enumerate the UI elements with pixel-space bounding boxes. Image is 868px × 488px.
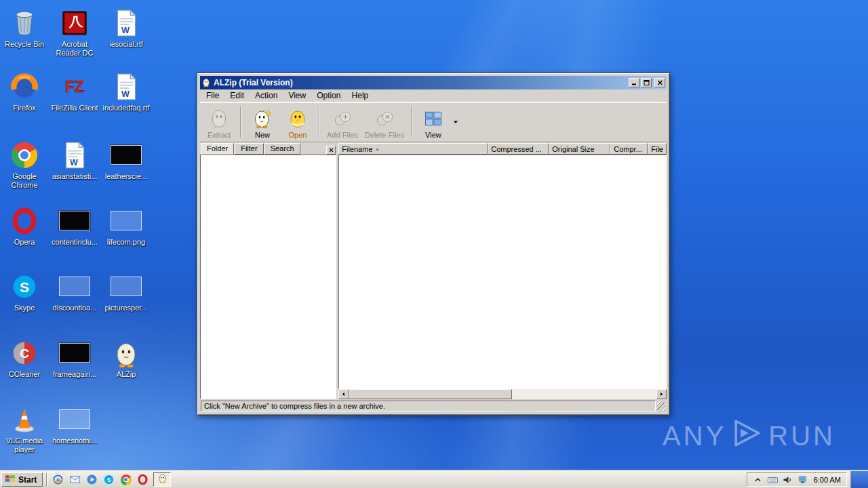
taskbar: Start eS 6:00 AM	[0, 470, 868, 488]
watermark-text-left: ANY	[663, 421, 726, 451]
desktop-icon-asianstatisti[interactable]: Wasianstatisti...	[49, 139, 100, 181]
desktop-icon-ccleaner[interactable]: CCCleaner	[0, 337, 50, 379]
titlebar[interactable]: ALZip (Trial Version)	[200, 76, 667, 89]
scrollbar-track[interactable]	[349, 389, 656, 399]
asianstatisti-icon: W	[49, 139, 100, 170]
menu-option[interactable]: Option	[311, 89, 346, 102]
column-header-label: Compr...	[614, 145, 642, 153]
keyboard-icon[interactable]	[768, 476, 778, 484]
toolbar-button-label: Open	[289, 131, 307, 139]
file-list-area[interactable]	[338, 155, 667, 389]
hidden-icons-icon[interactable]	[753, 476, 763, 484]
maximize-button[interactable]	[641, 78, 652, 87]
desktop-icon-picturesper[interactable]: picturesper...	[100, 270, 152, 312]
taskbar-alzip-button[interactable]	[153, 472, 171, 487]
frameagain-icon	[49, 337, 100, 368]
column-header-label: Original Size	[552, 145, 594, 153]
contentinclu-icon	[49, 205, 100, 236]
lifecom-png-icon	[100, 205, 152, 236]
desktop-icon-homesnothi[interactable]: homesnothi...	[49, 403, 100, 445]
start-button[interactable]: Start	[1, 472, 43, 487]
anyrun-watermark: ANY RUN	[663, 418, 835, 454]
add-files-icon	[332, 107, 353, 130]
media-player-quicklaunch-icon[interactable]	[85, 473, 98, 486]
horizontal-scrollbar[interactable]	[338, 389, 667, 399]
desktop-icon-vlc[interactable]: VLC media player	[0, 403, 50, 454]
toolbar-separator	[411, 106, 412, 138]
desktop-icon-label: CCleaner	[0, 370, 50, 379]
desktop-icon-label: FileZilla Client	[49, 104, 100, 113]
tab-search[interactable]: Search	[264, 143, 300, 155]
desktop-icon-label: Firefox	[0, 104, 50, 113]
taskbar-clock[interactable]: 6:00 AM	[812, 476, 841, 484]
column-header-original-size[interactable]: Original Size	[549, 143, 610, 155]
desktop-icon-label: Recycle Bin	[0, 40, 50, 49]
close-button[interactable]	[654, 78, 665, 87]
mail-quicklaunch-icon[interactable]	[68, 473, 81, 486]
column-header-file-type[interactable]: File	[648, 143, 667, 155]
column-header-label: File	[651, 145, 663, 153]
start-label: Start	[18, 475, 37, 485]
firefox-icon	[0, 70, 50, 102]
resize-grip[interactable]	[657, 403, 666, 411]
column-header-compression-ratio[interactable]: Compr...	[610, 143, 648, 155]
desktop-icon-firefox[interactable]: Firefox	[0, 70, 50, 113]
column-header-label: Filename	[342, 145, 372, 153]
desktop-icon-includedfaq-rtf[interactable]: Wincludedfaq.rtf	[100, 70, 152, 113]
desktop-icon-leatherscie[interactable]: leatherscie...	[100, 139, 152, 181]
chrome-quicklaunch-icon[interactable]	[119, 473, 132, 486]
desktop-icon-acrobat-reader[interactable]: Acrobat Reader DC	[49, 7, 100, 58]
toolbar-view-button[interactable]: View	[416, 104, 451, 140]
view-dropdown-arrow[interactable]	[451, 105, 460, 139]
left-pane-tabs: FolderFilterSearch	[200, 143, 336, 155]
desktop-icon-skype[interactable]: SSkype	[0, 270, 50, 312]
opera-quicklaunch-icon[interactable]	[136, 473, 149, 486]
desktop-icon-frameagain[interactable]: frameagain...	[49, 337, 100, 379]
skype-icon: S	[0, 270, 50, 302]
menu-edit[interactable]: Edit	[224, 89, 250, 102]
desktop-icon-opera[interactable]: Opera	[0, 205, 50, 247]
file-list-pane: FilenameCompressed ...Original SizeCompr…	[338, 143, 667, 399]
ccleaner-icon: C	[0, 337, 50, 368]
toolbar-open-button[interactable]: Open	[280, 104, 315, 140]
volume-icon[interactable]	[783, 476, 793, 484]
window-title: ALZip (Trial Version)	[214, 78, 293, 87]
tab-folder[interactable]: Folder	[201, 143, 234, 155]
column-header-compressed-size[interactable]: Compressed ...	[488, 143, 549, 155]
menu-view[interactable]: View	[283, 89, 311, 102]
internet-explorer-quicklaunch-icon[interactable]: e	[52, 473, 64, 486]
desktop-icon-discountloa[interactable]: discountloa...	[49, 270, 100, 312]
anyrun-play-logo-icon	[732, 418, 763, 454]
status-bar: Click "New Archive" to compress files in…	[200, 399, 667, 412]
svg-text:FZ: FZ	[65, 78, 84, 96]
desktop-icon-iesocial-rtf[interactable]: Wiesocial.rtf	[100, 7, 152, 49]
desktop-icon-filezilla[interactable]: FZFileZilla Client	[49, 70, 100, 113]
menu-action[interactable]: Action	[250, 89, 283, 102]
toolbar-new-button[interactable]: New	[245, 104, 280, 140]
folder-tree-area[interactable]	[200, 155, 336, 399]
desktop-icon-label: iesocial.rtf	[100, 40, 152, 49]
toolbar-button-label: Delete Files	[365, 131, 404, 139]
desktop-icon-google-chrome[interactable]: Google Chrome	[0, 139, 50, 190]
pane-close-button[interactable]	[326, 146, 336, 155]
includedfaq-rtf-icon: W	[100, 70, 152, 102]
desktop-icon-lifecom-png[interactable]: lifecom.png	[100, 205, 152, 247]
scroll-left-button[interactable]	[338, 389, 349, 399]
tab-filter[interactable]: Filter	[235, 143, 263, 155]
menu-file[interactable]: File	[201, 89, 224, 102]
desktop-icon-label: leatherscie...	[100, 172, 152, 181]
column-header-filename[interactable]: Filename	[338, 143, 488, 155]
minimize-button[interactable]	[629, 78, 639, 87]
scroll-right-button[interactable]	[656, 389, 667, 399]
desktop-icon-alzip[interactable]: ALZip	[100, 337, 152, 379]
desktop-icon-contentinclu[interactable]: contentinclu...	[49, 205, 100, 247]
show-desktop-button[interactable]	[850, 471, 868, 488]
skype-quicklaunch-icon[interactable]: S	[102, 473, 115, 486]
column-header-row: FilenameCompressed ...Original SizeCompr…	[338, 143, 667, 155]
desktop-icon-label: frameagain...	[49, 370, 100, 379]
network-icon[interactable]	[797, 476, 808, 484]
desktop-icon-recycle-bin[interactable]: Recycle Bin	[0, 7, 50, 49]
scrollbar-thumb[interactable]	[349, 389, 511, 399]
menu-help[interactable]: Help	[347, 89, 374, 102]
picturesper-icon	[100, 270, 152, 302]
